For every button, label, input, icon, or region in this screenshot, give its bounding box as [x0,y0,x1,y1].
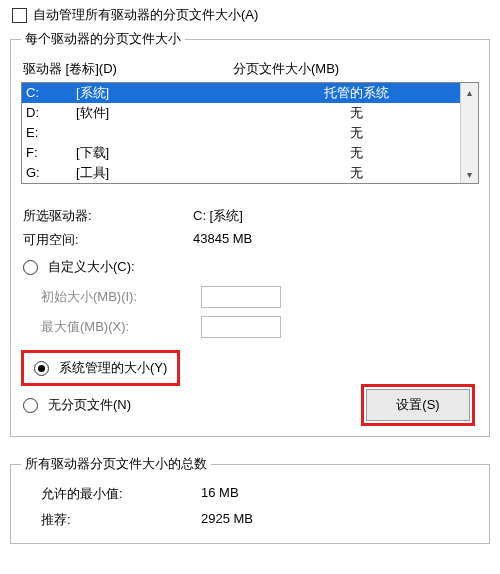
drive-letter: E: [26,124,76,142]
initial-size-input[interactable] [201,286,281,308]
scroll-down-icon[interactable]: ▾ [461,165,478,183]
radio-none-label: 无分页文件(N) [48,396,131,414]
drive-size: 无 [256,144,456,162]
drive-list-headers: 驱动器 [卷标](D) 分页文件大小(MB) [21,56,479,82]
drive-row[interactable]: E:无 [22,123,460,143]
drive-size: 无 [256,164,456,182]
drive-size: 无 [256,104,456,122]
auto-manage-label: 自动管理所有驱动器的分页文件大小(A) [33,6,258,24]
total-legend: 所有驱动器分页文件大小的总数 [21,455,211,473]
drive-letter: C: [26,84,76,102]
scroll-track[interactable] [461,101,478,165]
selected-drive-value: C: [系统] [193,207,477,225]
drive-row[interactable]: G:[工具]无 [22,163,460,183]
drive-size: 托管的系统 [256,84,456,102]
radio-custom[interactable] [23,260,38,275]
scroll-up-icon[interactable]: ▴ [461,83,478,101]
highlight-set-button: 设置(S) [361,384,475,426]
radio-system-label: 系统管理的大小(Y) [59,359,167,377]
free-space-value: 43845 MB [193,231,477,249]
auto-manage-checkbox[interactable] [12,8,27,23]
set-button-label: 设置(S) [396,396,439,414]
per-drive-group: 每个驱动器的分页文件大小 驱动器 [卷标](D) 分页文件大小(MB) C:[系… [10,30,490,437]
highlight-system-radio: 系统管理的大小(Y) [21,350,180,386]
set-button[interactable]: 设置(S) [366,389,470,421]
header-size: 分页文件大小(MB) [233,60,479,78]
drive-listbox[interactable]: C:[系统]托管的系统D:[软件]无E:无F:[下载]无G:[工具]无 ▴ ▾ [21,82,479,184]
recommended-value: 2925 MB [201,511,253,529]
drive-row[interactable]: C:[系统]托管的系统 [22,83,460,103]
selected-drive-label: 所选驱动器: [23,207,193,225]
radio-system[interactable] [34,361,49,376]
drive-label: [下载] [76,144,256,162]
scrollbar[interactable]: ▴ ▾ [460,83,478,183]
free-space-label: 可用空间: [23,231,193,249]
recommended-label: 推荐: [41,511,201,529]
min-allowed-label: 允许的最小值: [41,485,201,503]
drive-size: 无 [256,124,456,142]
drive-row[interactable]: D:[软件]无 [22,103,460,123]
radio-none[interactable] [23,398,38,413]
drive-label [76,124,256,142]
auto-manage-row: 自动管理所有驱动器的分页文件大小(A) [10,6,490,30]
header-drive: 驱动器 [卷标](D) [23,60,233,78]
max-size-label: 最大值(MB)(X): [41,318,201,336]
drive-letter: G: [26,164,76,182]
drive-label: [系统] [76,84,256,102]
max-size-input[interactable] [201,316,281,338]
per-drive-legend: 每个驱动器的分页文件大小 [21,30,185,48]
min-allowed-value: 16 MB [201,485,239,503]
drive-label: [工具] [76,164,256,182]
drive-row[interactable]: F:[下载]无 [22,143,460,163]
radio-system-row[interactable]: 系统管理的大小(Y) [26,355,175,381]
drive-letter: F: [26,144,76,162]
radio-custom-row[interactable]: 自定义大小(C): [21,252,479,282]
radio-custom-label: 自定义大小(C): [48,258,135,276]
initial-size-label: 初始大小(MB)(I): [41,288,201,306]
drive-letter: D: [26,104,76,122]
drive-label: [软件] [76,104,256,122]
total-group: 所有驱动器分页文件大小的总数 允许的最小值: 16 MB 推荐: 2925 MB [10,455,490,544]
